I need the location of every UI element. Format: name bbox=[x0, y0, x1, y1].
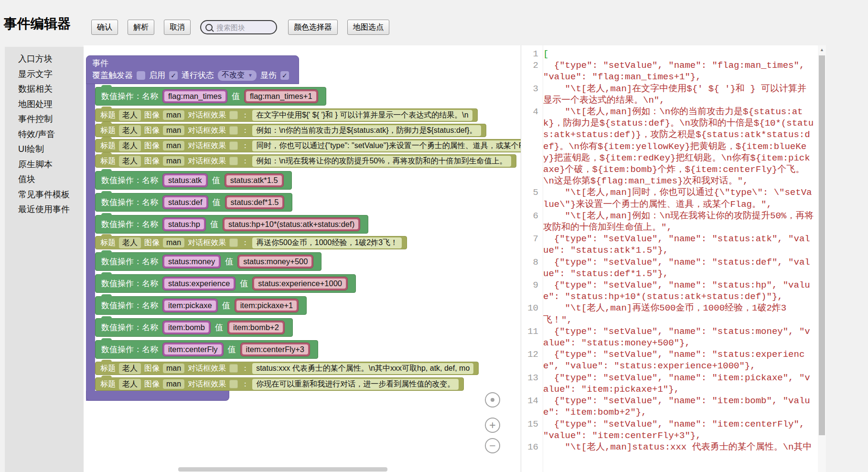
setvalue-block[interactable]: 数值操作：名称 status:def 值 status:def*1.5 bbox=[95, 193, 292, 212]
name-value-block[interactable]: status:money bbox=[162, 255, 221, 268]
sidebar-item-map[interactable]: 地图处理 bbox=[5, 97, 84, 112]
text-block[interactable]: 标题 老人 图像 man 对话框效果 ： 再送你500金币，1000经验，1破2… bbox=[95, 236, 407, 249]
sidebar-item-value-blocks[interactable]: 值块 bbox=[5, 172, 84, 187]
workspace-horizontal-scrollbar[interactable] bbox=[178, 467, 387, 472]
name-value-block[interactable]: status:experience bbox=[162, 277, 236, 290]
text-field[interactable]: status:xxx 代表勇士的某个属性。\n其中xxx可取hp, atk, d… bbox=[252, 363, 473, 374]
text-field[interactable]: 再送你500金币，1000经验，1破2炸3飞！ bbox=[252, 237, 402, 248]
image-field[interactable]: man bbox=[163, 126, 184, 135]
title-field[interactable]: 老人 bbox=[119, 156, 141, 167]
image-label: 图像 bbox=[144, 364, 160, 374]
value-expr-block[interactable]: status:atk*1.5 bbox=[225, 173, 284, 187]
setvalue-label: 数值操作：名称 bbox=[101, 278, 158, 289]
dialog-effect-checkbox[interactable] bbox=[229, 126, 238, 135]
value-expr-block[interactable]: status:experience+1000 bbox=[252, 277, 348, 290]
text-block[interactable]: 标题 老人 图像 man 对话框效果 ： 同时，你也可以通过{"type": "… bbox=[95, 139, 521, 152]
text-field[interactable]: 你现在可以重新和我进行对话，进一步看到属性值的改变。 bbox=[252, 379, 459, 390]
scroll-up-icon[interactable]: ▲ bbox=[818, 45, 826, 54]
text-block[interactable]: 标题 老人 图像 man 对话框效果 ： 你现在可以重新和我进行对话，进一步看到… bbox=[95, 377, 464, 391]
title-field[interactable]: 老人 bbox=[119, 140, 141, 151]
damage-display-checkbox[interactable]: ✓ bbox=[280, 71, 289, 80]
image-field[interactable]: man bbox=[163, 379, 184, 389]
title-field[interactable]: 老人 bbox=[119, 110, 141, 121]
code-panel-scrollbar[interactable]: ▲ bbox=[818, 45, 826, 472]
text-block[interactable]: 标题 老人 图像 man 对话框效果 ： 例如：\n你的当前攻击力是${stat… bbox=[95, 124, 486, 137]
image-field[interactable]: man bbox=[163, 364, 184, 373]
dialog-effect-checkbox[interactable] bbox=[229, 380, 238, 388]
title-field[interactable]: 老人 bbox=[119, 379, 141, 390]
sidebar-item-common-templates[interactable]: 常见事件模板 bbox=[5, 187, 84, 203]
name-value-block[interactable]: status:hp bbox=[162, 217, 206, 231]
zoom-in-icon[interactable]: + bbox=[485, 418, 500, 433]
value-expr-block[interactable]: status:money+500 bbox=[237, 255, 313, 268]
search-input[interactable] bbox=[215, 23, 265, 32]
pass-state-dropdown[interactable]: 不改变 ▼ bbox=[218, 70, 257, 81]
image-field[interactable]: man bbox=[163, 110, 184, 120]
setvalue-block[interactable]: 数值操作：名称 item:centerFly 值 item:centerFly+… bbox=[95, 340, 318, 359]
zoom-out-icon[interactable]: − bbox=[485, 438, 500, 453]
sidebar-item-recent-events[interactable]: 最近使用事件 bbox=[5, 202, 84, 217]
title-field[interactable]: 老人 bbox=[119, 363, 141, 374]
text-field[interactable]: 例如：\n现在我将让你的攻防提升50%，再将攻防和的十倍加到生命值上。 bbox=[252, 156, 511, 167]
value-expr-block[interactable]: item:pickaxe+1 bbox=[235, 299, 299, 312]
image-field[interactable]: man bbox=[163, 156, 184, 166]
name-value-block[interactable]: status:def bbox=[162, 195, 208, 209]
setvalue-block[interactable]: 数值操作：名称 status:hp 值 status:hp+10*(status… bbox=[95, 215, 368, 234]
json-code-panel[interactable]: 1[ 2 {"type": "setValue", "name": "flag:… bbox=[521, 45, 818, 472]
sidebar-item-native-script[interactable]: 原生脚本 bbox=[5, 157, 84, 172]
name-value-block[interactable]: item:pickaxe bbox=[162, 299, 218, 312]
sidebar-item-show-text[interactable]: 显示文字 bbox=[5, 67, 84, 82]
setvalue-block[interactable]: 数值操作：名称 item:pickaxe 值 item:pickaxe+1 bbox=[95, 296, 307, 315]
value-expr-block[interactable]: status:def*1.5 bbox=[225, 195, 285, 209]
dialog-effect-checkbox[interactable] bbox=[229, 238, 238, 247]
sidebar-item-data[interactable]: 数据相关 bbox=[5, 82, 84, 97]
name-value-block[interactable]: item:bomb bbox=[162, 321, 211, 334]
name-value-block[interactable]: status:atk bbox=[162, 173, 208, 187]
image-field[interactable]: man bbox=[163, 141, 184, 150]
sidebar-item-event-control[interactable]: 事件控制 bbox=[5, 112, 84, 127]
text-block[interactable]: 标题 老人 图像 man 对话框效果 ： 例如：\n现在我将让你的攻防提升50%… bbox=[95, 154, 516, 168]
sidebar-item-entry-blocks[interactable]: 入口方块 bbox=[5, 52, 84, 67]
override-trigger-checkbox[interactable] bbox=[137, 71, 145, 80]
confirm-button[interactable]: 确认 bbox=[91, 20, 118, 35]
event-block-header[interactable]: 事件 覆盖触发器 启用 ✓ 通行状态 不改变 ▼ 显伤 ✓ bbox=[86, 55, 299, 84]
setvalue-block[interactable]: 数值操作：名称 status:money 值 status:money+500 bbox=[95, 252, 321, 271]
text-field[interactable]: 在文字中使用${' ${ '}和 } 可以计算并显示一个表达式的结果。\n bbox=[252, 110, 472, 121]
dialog-effect-checkbox[interactable] bbox=[229, 141, 238, 150]
blockly-workspace[interactable]: 事件 覆盖触发器 启用 ✓ 通行状态 不改变 ▼ 显伤 ✓ 数值操作：名称 fl… bbox=[84, 45, 521, 472]
map-pick-button[interactable]: 地图选点 bbox=[347, 20, 389, 35]
image-label: 图像 bbox=[144, 126, 160, 136]
sidebar-item-fx-sound[interactable]: 特效/声音 bbox=[5, 127, 84, 142]
value-expr-block[interactable]: flag:man_times+1 bbox=[244, 89, 318, 103]
text-field[interactable]: 同时，你也可以通过{"type": "setValue"}来设置一个勇士的属性、… bbox=[252, 140, 521, 151]
name-value-block[interactable]: flag:man_times bbox=[162, 89, 227, 103]
scrollbar-thumb[interactable] bbox=[819, 55, 825, 435]
title-field[interactable]: 老人 bbox=[119, 237, 141, 248]
text-field[interactable]: 例如：\n你的当前攻击力是${status:atk}，防御力是${status:… bbox=[252, 125, 481, 136]
dialog-effect-checkbox[interactable] bbox=[229, 364, 238, 373]
setvalue-label: 数值操作：名称 bbox=[101, 256, 158, 267]
dialog-effect-checkbox[interactable] bbox=[229, 111, 238, 119]
value-expr-block[interactable]: item:bomb+2 bbox=[227, 321, 285, 334]
text-block[interactable]: 标题 老人 图像 man 对话框效果 ： 在文字中使用${' ${ '}和 } … bbox=[95, 108, 478, 122]
setvalue-block[interactable]: 数值操作：名称 status:atk 值 status:atk*1.5 bbox=[95, 171, 292, 190]
color-picker-button[interactable]: 颜色选择器 bbox=[288, 20, 338, 35]
setvalue-block[interactable]: 数值操作：名称 flag:man_times 值 flag:man_times+… bbox=[95, 87, 326, 106]
value-expr-block[interactable]: item:centerFly+3 bbox=[240, 343, 310, 356]
value-expr-block[interactable]: status:hp+10*(status:atk+status:def) bbox=[223, 217, 360, 231]
setvalue-block[interactable]: 数值操作：名称 status:experience 值 status:exper… bbox=[95, 274, 356, 293]
parse-button[interactable]: 解析 bbox=[128, 20, 154, 35]
cancel-button[interactable]: 取消 bbox=[164, 20, 191, 35]
zoom-reset-icon[interactable] bbox=[485, 392, 500, 408]
title-field[interactable]: 老人 bbox=[119, 125, 141, 136]
name-value-block[interactable]: item:centerFly bbox=[162, 343, 224, 356]
sidebar-item-ui-draw[interactable]: UI绘制 bbox=[5, 142, 84, 157]
dialog-effect-checkbox[interactable] bbox=[229, 157, 238, 165]
enable-checkbox[interactable]: ✓ bbox=[169, 71, 178, 80]
page-title: 事件编辑器 bbox=[4, 15, 71, 33]
setvalue-block[interactable]: 数值操作：名称 item:bomb 值 item:bomb+2 bbox=[95, 318, 293, 337]
search-box[interactable] bbox=[200, 20, 277, 34]
text-block[interactable]: 标题 老人 图像 man 对话框效果 ： status:xxx 代表勇士的某个属… bbox=[95, 362, 479, 375]
image-field[interactable]: man bbox=[163, 238, 184, 247]
code-text: "\t[老人,man]同时，你也可以通过{\"type\": \"setValu… bbox=[543, 187, 818, 210]
